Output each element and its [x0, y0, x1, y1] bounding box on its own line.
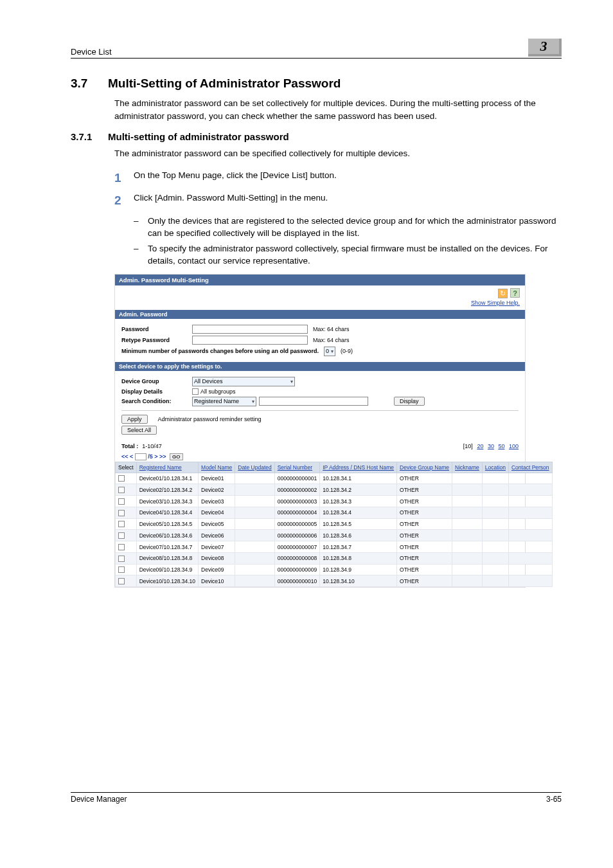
cell-serial-number: 0000000000009: [274, 564, 319, 575]
cell-location: [482, 484, 508, 496]
select-all-button[interactable]: Select All: [121, 426, 157, 435]
apply-button[interactable]: Apply: [121, 415, 148, 424]
password-input[interactable]: [192, 325, 308, 334]
cell-location: [482, 530, 508, 541]
row-checkbox[interactable]: [118, 521, 125, 527]
table-row: Device06/10.128.34.6Device06000000000000…: [116, 530, 553, 541]
cell-ip-address: 10.128.34.3: [320, 496, 397, 507]
cell-nickname: [452, 473, 483, 484]
device-group-label: Device Group: [121, 378, 192, 384]
row-checkbox[interactable]: [118, 510, 125, 516]
cell-model-name: Device10: [199, 575, 235, 587]
cell-ip-address: 10.128.34.5: [320, 518, 397, 530]
cell-registered-name: Device02/10.128.34.2: [136, 484, 198, 496]
cell-location: [482, 473, 508, 484]
step-text: Click [Admin. Password Multi-Setting] in…: [134, 192, 328, 210]
all-subgroups-checkbox[interactable]: [192, 388, 199, 395]
page-size-link[interactable]: 50: [498, 443, 504, 449]
cell-contact-person: [508, 530, 552, 541]
device-group-select[interactable]: All Devices▾: [192, 377, 295, 386]
cell-registered-name: Device03/10.128.34.3: [136, 496, 198, 507]
row-checkbox[interactable]: [118, 566, 125, 573]
row-checkbox[interactable]: [118, 532, 125, 539]
help-icon[interactable]: ?: [510, 288, 520, 298]
cell-model-name: Device01: [199, 473, 235, 484]
cell-device-group: OTHER: [397, 473, 452, 484]
col-contact-person[interactable]: Contact Person: [508, 462, 552, 473]
cell-date-updated: [235, 552, 274, 564]
cell-device-group: OTHER: [397, 530, 452, 541]
chevron-down-icon: ▾: [290, 379, 293, 384]
pager-prev[interactable]: << <: [121, 453, 133, 460]
cell-nickname: [452, 575, 483, 587]
cell-ip-address: 10.128.34.7: [320, 541, 397, 553]
search-condition-select[interactable]: Registered Name▾: [192, 397, 256, 406]
section-number: 3.7: [71, 77, 108, 91]
cell-location: [482, 496, 508, 507]
chevron-down-icon: ▾: [252, 399, 254, 404]
row-checkbox[interactable]: [118, 498, 125, 505]
col-registered-name[interactable]: Registered Name: [136, 462, 198, 473]
row-checkbox[interactable]: [118, 556, 125, 562]
cell-model-name: Device04: [199, 507, 235, 518]
cell-location: [482, 507, 508, 518]
page-size-link[interactable]: 30: [488, 443, 494, 449]
select-device-header: Select device to apply the settings to.: [115, 362, 525, 371]
section-title: Multi-Setting of Administrator Password: [108, 77, 341, 90]
cell-location: [482, 552, 508, 564]
refresh-icon[interactable]: ↻: [498, 289, 508, 298]
col-location[interactable]: Location: [482, 462, 508, 473]
table-row: Device08/10.128.34.8Device08000000000000…: [116, 552, 553, 564]
col-select: Select: [116, 462, 137, 473]
col-ip-address[interactable]: IP Address / DNS Host Name: [320, 462, 397, 473]
step-number: 2: [114, 192, 134, 210]
cell-ip-address: 10.128.34.9: [320, 564, 397, 575]
step-text: On the Top Menu page, click the [Device …: [134, 169, 337, 187]
chevron-down-icon: ▾: [331, 348, 333, 354]
cell-location: [482, 564, 508, 575]
col-device-group[interactable]: Device Group Name: [397, 462, 452, 473]
retype-password-input[interactable]: [192, 336, 308, 345]
cell-date-updated: [235, 473, 274, 484]
all-subgroups-label: All subgroups: [200, 388, 236, 395]
min-changes-label: Minimum number of passwords changes befo…: [121, 348, 319, 354]
cell-date-updated: [235, 496, 274, 507]
cell-date-updated: [235, 564, 274, 575]
col-serial-number[interactable]: Serial Number: [274, 462, 319, 473]
bullet-dash: –: [134, 215, 148, 240]
cell-date-updated: [235, 575, 274, 587]
row-checkbox[interactable]: [118, 544, 125, 550]
show-simple-help-link[interactable]: Show Simple Help.: [471, 300, 520, 306]
cell-nickname: [452, 530, 483, 541]
pager-page-input[interactable]: [135, 453, 147, 460]
min-changes-select[interactable]: 0▾: [324, 347, 335, 356]
search-condition-label: Search Condition:: [121, 398, 192, 404]
cell-serial-number: 0000000000001: [274, 473, 319, 484]
row-checkbox[interactable]: [118, 475, 125, 482]
cell-contact-person: [508, 564, 552, 575]
pager-go-button[interactable]: GO: [170, 453, 182, 460]
col-date-updated[interactable]: Date Updated: [235, 462, 274, 473]
table-row: Device09/10.128.34.9Device09000000000000…: [116, 564, 553, 575]
row-checkbox[interactable]: [118, 487, 125, 493]
cell-model-name: Device02: [199, 484, 235, 496]
cell-registered-name: Device08/10.128.34.8: [136, 552, 198, 564]
footer-page-number: 3-65: [546, 795, 562, 804]
search-condition-input[interactable]: [259, 397, 368, 406]
cell-device-group: OTHER: [397, 552, 452, 564]
cell-contact-person: [508, 473, 552, 484]
cell-nickname: [452, 484, 483, 496]
cell-nickname: [452, 496, 483, 507]
row-checkbox[interactable]: [118, 578, 125, 584]
pager-rest[interactable]: /5 > >>: [148, 453, 166, 460]
subsection-intro: The administrator password can be specif…: [114, 147, 562, 160]
footer-left: Device Manager: [71, 795, 127, 804]
col-model-name[interactable]: Model Name: [199, 462, 235, 473]
cell-contact-person: [508, 518, 552, 530]
cell-serial-number: 0000000000010: [274, 575, 319, 587]
display-button[interactable]: Display: [394, 397, 425, 406]
page-size-link[interactable]: 20: [477, 443, 483, 449]
col-nickname[interactable]: Nickname: [452, 462, 483, 473]
cell-contact-person: [508, 507, 552, 518]
page-size-link[interactable]: 100: [509, 443, 519, 449]
